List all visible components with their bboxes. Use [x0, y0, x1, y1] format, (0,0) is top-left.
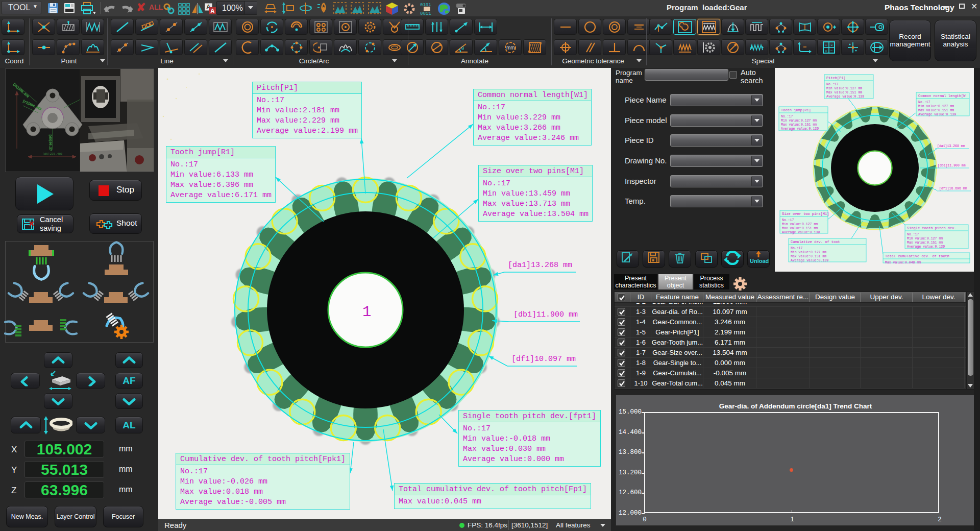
svg-text:Common normal length[W: Common normal length[W — [918, 94, 966, 98]
svg-text:[da1]13.268 mm: [da1]13.268 mm — [937, 144, 965, 148]
svg-text:[d1]166.379: [d1]166.379 — [12, 82, 30, 99]
svg-text:+: + — [825, 43, 827, 47]
svg-text:Max value:0.151 mm: Max value:0.151 mm — [791, 255, 826, 258]
svg-text:Pitch[P1]: Pitch[P1] — [826, 76, 846, 80]
svg-text:No.:17: No.:17 — [918, 101, 930, 104]
svg-text:Average value:0.139: Average value:0.139 — [791, 259, 828, 262]
svg-text:Average value:0.139: Average value:0.139 — [826, 95, 864, 99]
svg-text:Max value:0.151 mm: Max value:0.151 mm — [907, 241, 943, 245]
svg-text:Total cumulative dev. of tooth: Total cumulative dev. of tooth — [885, 254, 949, 258]
svg-text:Average value:0.139: Average value:0.139 — [781, 127, 819, 131]
svg-text:=: = — [825, 49, 827, 53]
svg-text:Cumulative dev. of toot: Cumulative dev. of toot — [791, 240, 840, 244]
svg-text:Single tooth pitch dev.: Single tooth pitch dev. — [907, 226, 957, 230]
svg-text:[db1]11.900 mm: [db1]11.900 mm — [938, 164, 966, 167]
svg-text:Min value:0.127 mm: Min value:0.127 mm — [782, 223, 818, 226]
svg-text:[d6]236.486: [d6]236.486 — [42, 152, 63, 156]
svg-text:Unload: Unload — [750, 258, 769, 264]
svg-text:A: A — [210, 8, 215, 15]
svg-text:Average value:0.139: Average value:0.139 — [782, 231, 820, 234]
svg-text:θ: θ — [461, 46, 464, 51]
svg-text:Min value:0.127 mm: Min value:0.127 mm — [781, 119, 817, 123]
svg-text:Min value:0.127 mm: Min value:0.127 mm — [907, 237, 943, 240]
svg-text:−: − — [830, 49, 833, 53]
svg-text:Average value:0.139: Average value:0.139 — [918, 113, 956, 116]
svg-text:No.:17: No.:17 — [826, 83, 839, 86]
svg-text:Max value:0.151 mm: Max value:0.151 mm — [781, 123, 817, 127]
svg-text:Max value:0.048 mm: Max value:0.048 mm — [885, 261, 921, 264]
svg-text:[d3]96.27: [d3]96.27 — [48, 134, 52, 151]
svg-text:No.:17: No.:17 — [791, 247, 803, 250]
svg-text:Average value:0.139: Average value:0.139 — [907, 245, 945, 249]
svg-text:Min value:0.127 mm: Min value:0.127 mm — [791, 251, 826, 254]
svg-text:Tooth jump[R1]: Tooth jump[R1] — [781, 108, 811, 112]
svg-text:Min value:0.127 mm: Min value:0.127 mm — [826, 87, 862, 90]
svg-text:[df1]16.696 mm: [df1]16.696 mm — [939, 187, 967, 190]
svg-text:Max value:0.151 mm: Max value:0.151 mm — [782, 227, 818, 230]
svg-text:1: 1 — [362, 304, 371, 321]
svg-text:×: × — [830, 43, 833, 47]
svg-text:Min value:0.127 mm: Min value:0.127 mm — [918, 105, 954, 108]
svg-text:No.:17: No.:17 — [781, 115, 793, 118]
svg-text:Max value:0.151 mm: Max value:0.151 mm — [918, 109, 954, 112]
svg-text:Max value:0.151 mm: Max value:0.151 mm — [826, 91, 862, 94]
svg-text:Size over two pins[M1]: Size over two pins[M1] — [782, 212, 829, 216]
svg-text:mm: mm — [506, 45, 515, 51]
svg-text:No.:17: No.:17 — [907, 233, 919, 236]
svg-text:No.:17: No.:17 — [782, 219, 794, 222]
svg-text:0011: 0011 — [420, 11, 431, 16]
